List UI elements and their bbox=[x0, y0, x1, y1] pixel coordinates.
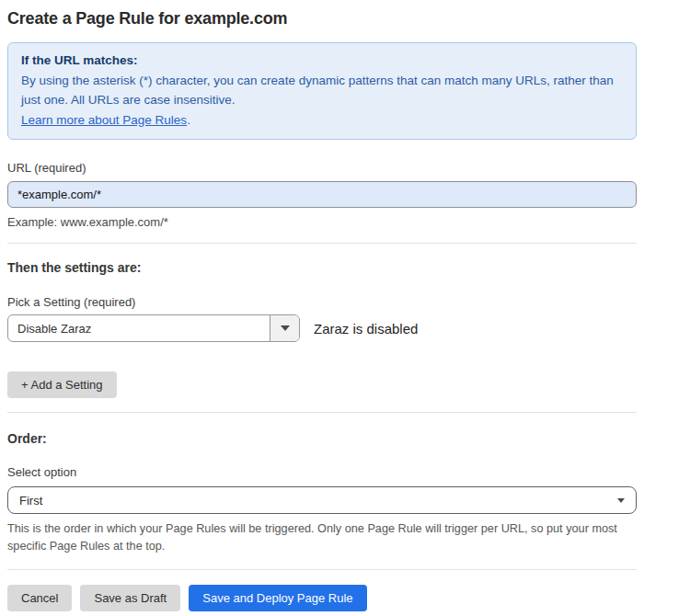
link-suffix: . bbox=[187, 113, 190, 127]
setting-select[interactable]: Disable Zaraz bbox=[7, 314, 300, 342]
url-match-info-box: If the URL matches: By using the asteris… bbox=[7, 42, 637, 140]
info-box-body: By using the asterisk (*) character, you… bbox=[21, 72, 617, 110]
info-link-line: Learn more about Page Rules. bbox=[21, 111, 623, 130]
setting-picker-label: Pick a Setting (required) bbox=[7, 295, 637, 309]
order-help-text: This is the order in which your Page Rul… bbox=[7, 520, 637, 554]
divider bbox=[7, 412, 637, 413]
add-setting-button[interactable]: + Add a Setting bbox=[7, 371, 117, 398]
setting-select-caret-button[interactable] bbox=[270, 315, 299, 341]
url-field-label: URL (required) bbox=[7, 161, 637, 175]
url-input[interactable] bbox=[7, 181, 637, 208]
form-actions: Cancel Save as Draft Save and Deploy Pag… bbox=[7, 585, 637, 611]
setting-status-text: Zaraz is disabled bbox=[314, 321, 418, 337]
save-deploy-button[interactable]: Save and Deploy Page Rule bbox=[189, 585, 366, 611]
divider bbox=[7, 243, 637, 244]
page-rule-form: Create a Page Rule for example.com If th… bbox=[0, 0, 644, 611]
setting-row: Disable Zaraz Zaraz is disabled bbox=[7, 314, 637, 342]
order-section-heading: Order: bbox=[7, 431, 637, 446]
page-title: Create a Page Rule for example.com bbox=[7, 9, 637, 29]
order-select-label: Select option bbox=[7, 465, 637, 479]
learn-more-link[interactable]: Learn more about Page Rules bbox=[21, 113, 187, 127]
divider bbox=[7, 569, 637, 570]
save-draft-button[interactable]: Save as Draft bbox=[80, 585, 180, 611]
settings-section-heading: Then the settings are: bbox=[7, 260, 637, 275]
order-select-value: First bbox=[19, 494, 42, 508]
cancel-button[interactable]: Cancel bbox=[7, 585, 72, 611]
caret-down-icon bbox=[617, 498, 625, 503]
url-example-text: Example: www.example.com/* bbox=[7, 215, 637, 229]
setting-select-value: Disable Zaraz bbox=[8, 315, 270, 341]
info-box-heading: If the URL matches: bbox=[21, 53, 623, 67]
caret-down-icon bbox=[281, 325, 290, 331]
order-select[interactable]: First bbox=[7, 486, 637, 514]
